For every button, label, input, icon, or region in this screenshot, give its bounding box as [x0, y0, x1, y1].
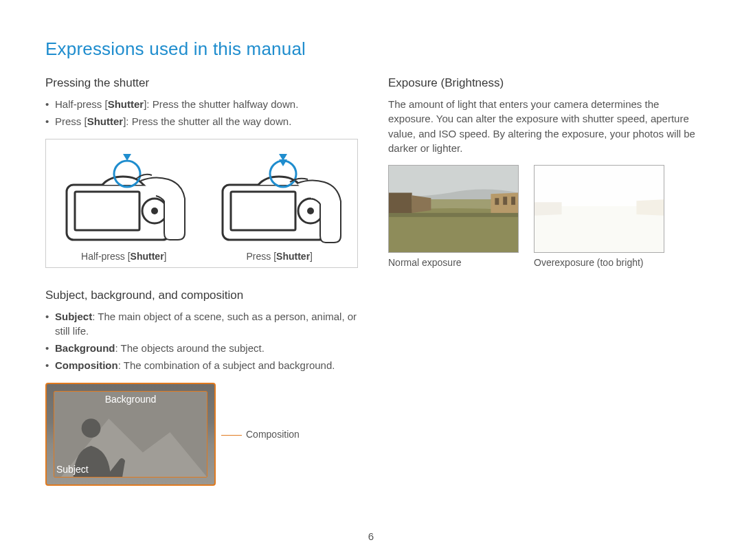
svg-rect-20 [389, 213, 518, 217]
bullet-full-press: Press [Shutter]: Press the shutter all t… [45, 114, 358, 128]
svg-rect-1 [75, 192, 139, 230]
half-press-figure: Half-press [Shutter] [46, 146, 202, 262]
pressing-shutter-heading: Pressing the shutter [45, 76, 358, 90]
exposure-heading: Exposure (Brightness) [388, 76, 701, 90]
bullet-subject: Subject: The main object of a scene, suc… [45, 309, 358, 339]
composition-leader-line [221, 435, 242, 436]
page-number: 6 [0, 530, 742, 542]
pressing-shutter-section: Pressing the shutter Half-press [Shutter… [45, 76, 358, 268]
pressing-shutter-bullets: Half-press [Shutter]: Press the shutter … [45, 97, 358, 129]
sbc-bullets: Subject: The main object of a scene, suc… [45, 309, 358, 373]
sbc-section: Subject, background, and composition Sub… [45, 289, 358, 486]
composition-label-composition: Composition [221, 429, 300, 440]
river-photo-icon [389, 166, 518, 252]
full-press-figure: Press [Shutter] [202, 146, 358, 262]
normal-exposure-cell: Normal exposure [388, 165, 519, 268]
two-column-layout: Pressing the shutter Half-press [Shutter… [45, 76, 701, 506]
normal-exposure-caption: Normal exposure [388, 257, 519, 268]
bullet-background: Background: The objects around the subje… [45, 341, 358, 355]
page-title: Expressions used in this manual [45, 38, 701, 60]
svg-point-14 [82, 418, 101, 438]
exposure-examples-row: Normal exposure Overexposure (too bright… [388, 165, 701, 268]
svg-marker-12 [279, 159, 287, 166]
bullet-composition: Composition: The combination of a subjec… [45, 358, 358, 372]
overexposed-photo-icon [535, 166, 664, 252]
overexposure-cell: Overexposure (too bright) [534, 165, 664, 268]
exposure-section: Exposure (Brightness) The amount of ligh… [388, 76, 701, 268]
svg-point-3 [151, 208, 158, 214]
right-column: Exposure (Brightness) The amount of ligh… [388, 76, 701, 506]
overexposure-image [534, 165, 664, 253]
svg-rect-18 [503, 197, 507, 205]
composition-figure: Background Subject [45, 383, 216, 486]
manual-page: Expressions used in this manual Pressing… [0, 0, 742, 560]
exposure-body: The amount of light that enters your cam… [388, 97, 701, 155]
svg-rect-19 [511, 197, 515, 205]
camera-halfpress-icon [58, 146, 189, 249]
camera-fullpress-icon [214, 146, 345, 249]
shutter-illustration-box: Half-press [Shutter] [45, 139, 358, 268]
half-press-caption: Half-press [Shutter] [81, 251, 166, 262]
normal-exposure-image [388, 165, 519, 253]
bullet-half-press: Half-press [Shutter]: Press the shutter … [45, 97, 358, 111]
svg-rect-7 [231, 192, 295, 230]
full-press-caption: Press [Shutter] [247, 251, 313, 262]
composition-figure-wrap: Background Subject Composition [45, 383, 358, 486]
svg-rect-17 [495, 198, 499, 205]
svg-point-9 [307, 208, 314, 214]
left-column: Pressing the shutter Half-press [Shutter… [45, 76, 358, 506]
svg-marker-5 [123, 154, 131, 161]
sbc-heading: Subject, background, and composition [45, 289, 358, 302]
overexposure-caption: Overexposure (too bright) [534, 257, 664, 268]
composition-label-background: Background [47, 394, 214, 405]
composition-label-subject: Subject [56, 464, 89, 475]
